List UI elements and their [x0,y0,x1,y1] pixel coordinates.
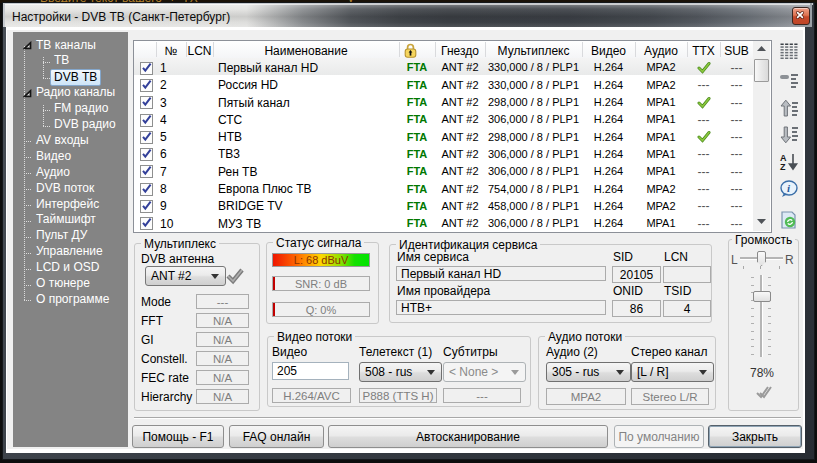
svg-text:Z: Z [780,162,786,172]
